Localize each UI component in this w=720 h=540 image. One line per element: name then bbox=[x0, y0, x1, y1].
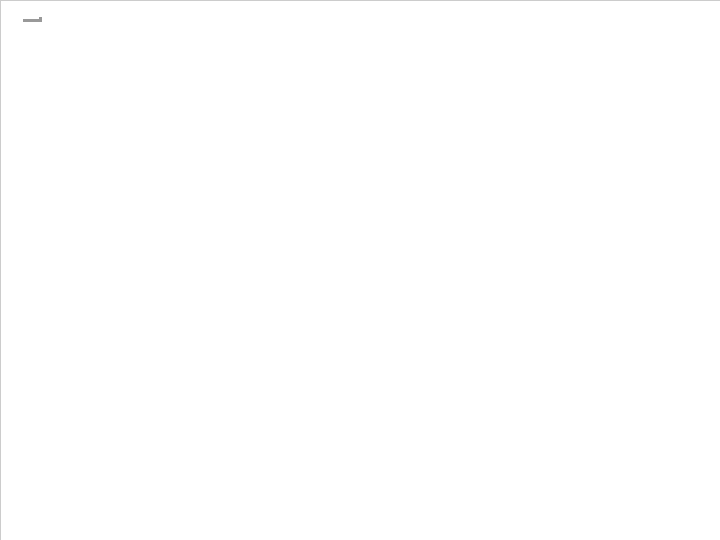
carry-tree-figure bbox=[311, 5, 711, 235]
slide-title bbox=[23, 17, 42, 22]
